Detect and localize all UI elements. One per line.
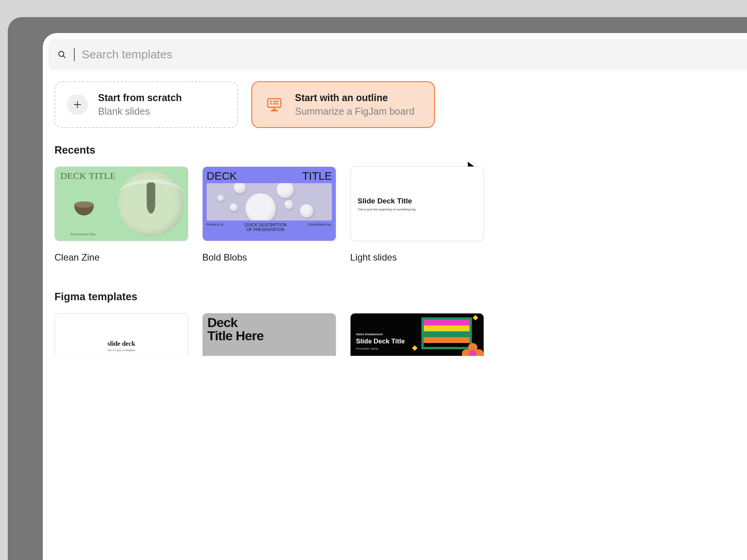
thumbnail: Deck Title Here: [202, 313, 336, 356]
thumbnail: DECK TITLE PRIVATE & QUICK DESCRIPTION O…: [202, 166, 336, 241]
thumb-subtitle: This is just the beginning of something …: [358, 208, 484, 211]
thumb-presenter: Presenter name: [356, 347, 405, 350]
thumb-title: Slide Deck Title: [358, 197, 484, 205]
thumbnail: DECK TITLE Presentation Date: [54, 166, 188, 241]
thumbnail: Slide Deck Title This is just the beginn…: [350, 166, 484, 241]
search-bar[interactable]: [48, 39, 494, 70]
plus-icon-wrap: [67, 94, 88, 115]
starter-row: Start from scratch Blank slides: [54, 81, 494, 128]
presentation-icon-wrap: [264, 94, 285, 115]
thumb-graphic: [118, 171, 184, 237]
template-sales-enablement[interactable]: Sales Enablement Slide Deck Title Presen…: [350, 313, 484, 356]
template-slide-deck-serif[interactable]: slide deck but it's just a template: [54, 313, 188, 356]
plus-icon: [73, 100, 82, 109]
thumb-date: Presentation Date: [70, 232, 96, 236]
start-with-outline-card[interactable]: Start with an outline Summarize a FigJam…: [251, 81, 435, 128]
thumb-text: CONFIDENTIAL: [308, 223, 332, 226]
thumb-text: QUICK DESCRIPTION OF PRESENTATION: [245, 223, 287, 232]
presentation-icon: [267, 98, 282, 112]
template-name: Clean Zine: [54, 252, 188, 263]
template-picker-modal: Start from scratch Blank slides: [43, 33, 494, 370]
figma-templates-heading: Figma templates: [54, 291, 494, 303]
search-icon: [58, 50, 66, 59]
thumb-graphic: [74, 205, 94, 215]
template-bold-blobs[interactable]: DECK TITLE PRIVATE & QUICK DESCRIPTION O…: [202, 166, 336, 263]
figma-templates-row: slide deck but it's just a template Deck…: [54, 313, 494, 356]
thumb-text: TITLE: [302, 170, 332, 182]
thumb-title: DECK TITLE: [60, 171, 116, 181]
search-input[interactable]: [82, 48, 494, 61]
start-scratch-title: Start from scratch: [98, 92, 182, 103]
thumb-graphic: [207, 183, 332, 220]
svg-line-1: [63, 56, 65, 58]
template-light-slides[interactable]: Slide Deck Title This is just the beginn…: [350, 166, 484, 263]
thumbnail: Sales Enablement Slide Deck Title Presen…: [350, 313, 484, 356]
template-name: Bold Blobs: [202, 252, 336, 263]
template-name: Light slides: [350, 252, 484, 263]
thumbnail: slide deck but it's just a template: [54, 313, 188, 356]
thumb-title: Deck Title Here: [207, 316, 331, 342]
start-outline-title: Start with an outline: [295, 92, 414, 103]
start-scratch-subtitle: Blank slides: [98, 106, 182, 117]
template-deck-title-here[interactable]: Deck Title Here: [202, 313, 336, 356]
start-outline-subtitle: Summarize a FigJam board: [295, 106, 414, 117]
recents-heading: Recents: [54, 144, 494, 156]
thumb-eyebrow: Sales Enablement: [356, 332, 405, 336]
recents-row: DECK TITLE Presentation Date Clean Zine …: [54, 166, 494, 263]
thumb-title: Slide Deck Title: [356, 338, 405, 345]
template-clean-zine[interactable]: DECK TITLE Presentation Date Clean Zine: [54, 166, 188, 263]
thumb-text: DECK: [207, 170, 237, 182]
text-caret: [74, 48, 75, 61]
svg-rect-4: [268, 99, 281, 107]
thumb-title: slide deck: [107, 340, 135, 348]
start-from-scratch-card[interactable]: Start from scratch Blank slides: [54, 81, 238, 128]
thumb-graphic: [407, 316, 481, 356]
thumb-subtitle: but it's just a template: [108, 348, 135, 352]
thumb-text: PRIVATE &: [207, 223, 223, 226]
